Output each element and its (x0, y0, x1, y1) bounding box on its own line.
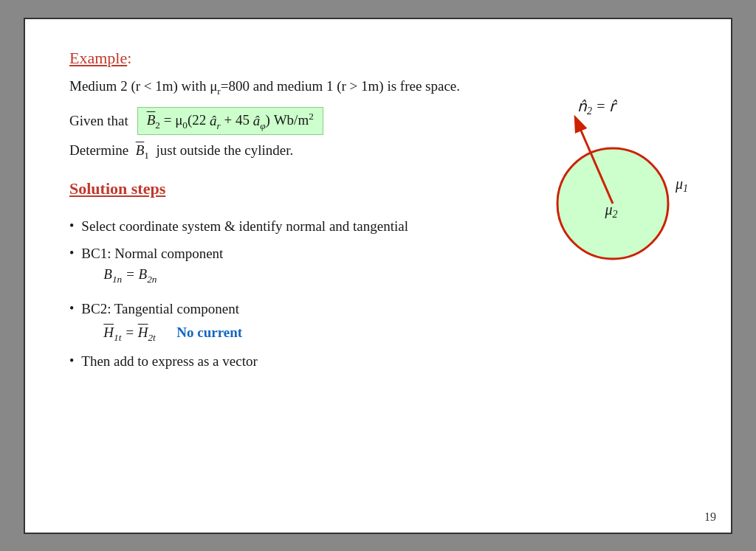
bullet-icon: • (69, 351, 74, 371)
page-number: 19 (704, 510, 716, 524)
bc2-equation: H1t = H2t No current (103, 322, 242, 345)
slide: Example: Medium 2 (r < 1m) with μr=800 a… (24, 18, 732, 534)
svg-text:μ1: μ1 (675, 176, 688, 194)
list-item: • BC2: Tangential component H1t = H2t No… (69, 299, 694, 345)
diagram: n̂2 = r̂ μ2 μ1 (532, 93, 694, 255)
svg-text:n̂2 = r̂: n̂2 = r̂ (577, 98, 618, 117)
bullet-icon: • (69, 216, 74, 236)
no-current-label: No current (176, 325, 242, 340)
example-title: Example: (69, 49, 694, 68)
example-underline: Example (69, 49, 127, 67)
bullet-text: BC2: Tangential component H1t = H2t No c… (81, 299, 242, 345)
bullet-text: Select coordinate system & identify norm… (81, 216, 408, 238)
formula-box: B2 = μ0(22 âr + 45 âφ) Wb/m2 (137, 107, 323, 135)
bc1-equation: B1n = B2n (103, 264, 157, 287)
list-item: • Then add to express as a vector (69, 351, 694, 372)
bullet-icon: • (69, 299, 74, 319)
bullet-text: Then add to express as a vector (81, 351, 257, 372)
given-label: Given that (69, 113, 128, 129)
bullet-text: BC1: Normal component B1n = B2n (81, 243, 223, 293)
bullet-icon: • (69, 243, 74, 263)
